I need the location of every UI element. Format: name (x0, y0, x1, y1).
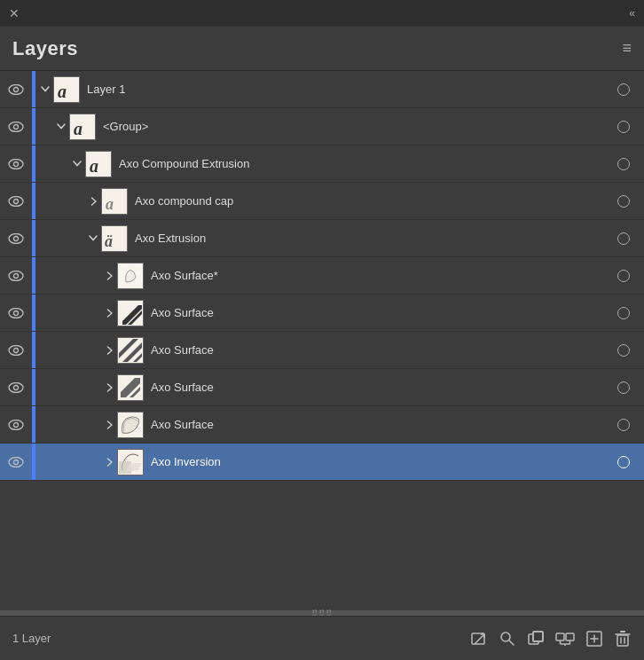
collapse-chevron[interactable] (101, 383, 117, 392)
delete-layer-button[interactable] (614, 630, 632, 648)
svg-point-34 (9, 382, 23, 392)
collapse-chevron[interactable] (85, 197, 101, 206)
svg-text:a: a (90, 156, 98, 176)
collapse-chevron[interactable] (101, 309, 117, 318)
svg-point-20 (9, 271, 23, 280)
collapse-chevron[interactable] (101, 271, 117, 280)
eye-icon (8, 308, 24, 318)
svg-point-16 (9, 233, 23, 243)
circle-icon (617, 344, 630, 357)
visibility-toggle[interactable] (0, 420, 32, 430)
layer-select-circle[interactable] (610, 381, 637, 394)
layer-color-bar (32, 369, 35, 405)
layer-thumbnail (117, 337, 144, 364)
layer-row[interactable]: a Layer 1 (0, 71, 644, 108)
svg-point-13 (14, 199, 19, 203)
visibility-toggle[interactable] (0, 159, 32, 169)
svg-point-8 (9, 159, 23, 169)
layer-row[interactable]: Axo Surface (0, 332, 644, 369)
collapse-chevron[interactable] (101, 458, 117, 467)
visibility-toggle[interactable] (0, 308, 32, 318)
layer-thumbnail: a (69, 114, 96, 140)
expand-chevron[interactable] (69, 161, 85, 167)
eye-icon (8, 84, 24, 95)
panel-header: Layers ≡ (0, 27, 644, 71)
svg-rect-54 (566, 633, 574, 640)
layer-select-circle[interactable] (610, 456, 637, 468)
eye-icon (8, 196, 24, 207)
svg-text:a: a (74, 119, 82, 138)
svg-point-1 (14, 87, 19, 91)
layers-list[interactable]: a Layer 1 a <Group> a Axo Compound Extru… (0, 71, 644, 610)
eye-icon (8, 345, 24, 356)
expand-chevron[interactable] (37, 86, 53, 92)
layer-name: Axo Surface (151, 343, 610, 357)
layer-select-circle[interactable] (610, 195, 637, 208)
expand-chevron[interactable] (53, 123, 69, 130)
svg-text:ä: ä (105, 232, 113, 250)
visibility-toggle[interactable] (0, 271, 32, 281)
new-layer-button[interactable] (470, 630, 488, 648)
eye-icon (8, 233, 24, 244)
group-layers-button[interactable] (555, 630, 575, 648)
layer-select-circle[interactable] (610, 232, 637, 245)
circle-icon (617, 456, 630, 468)
panel-menu-button[interactable]: ≡ (622, 39, 632, 58)
duplicate-button[interactable] (527, 630, 545, 648)
layer-row[interactable]: a Axo compound cap (0, 183, 644, 220)
layer-select-circle[interactable] (610, 158, 637, 170)
visibility-toggle[interactable] (0, 196, 32, 207)
layer-select-circle[interactable] (610, 307, 637, 319)
circle-icon (617, 381, 630, 394)
close-button[interactable]: ✕ (9, 6, 20, 20)
layer-select-circle[interactable] (610, 83, 637, 96)
layer-name: Axo Surface (151, 381, 610, 394)
visibility-toggle[interactable] (0, 382, 32, 393)
layer-row[interactable]: Axo Inversion (0, 444, 644, 481)
layer-select-circle[interactable] (610, 270, 637, 282)
layer-thumbnail: a (53, 76, 80, 103)
layer-row[interactable]: ä Axo Extrusion (0, 220, 644, 257)
visibility-toggle[interactable] (0, 84, 32, 95)
svg-point-23 (9, 308, 23, 318)
svg-point-9 (14, 161, 19, 166)
svg-rect-51 (533, 632, 543, 641)
layer-thumbnail: ä (101, 225, 128, 252)
svg-point-35 (14, 385, 19, 389)
svg-text:a: a (58, 82, 67, 101)
svg-line-49 (509, 640, 514, 645)
layer-name: Axo Inversion (151, 455, 610, 468)
layer-select-circle[interactable] (610, 344, 637, 357)
circle-icon (617, 232, 630, 245)
svg-point-4 (9, 122, 23, 131)
layer-color-bar (32, 145, 35, 182)
svg-rect-47 (472, 633, 484, 644)
add-layer-button[interactable] (585, 630, 603, 648)
layer-select-circle[interactable] (610, 121, 637, 133)
layer-row[interactable]: Axo Surface (0, 369, 644, 406)
search-button[interactable] (499, 630, 516, 648)
visibility-toggle[interactable] (0, 122, 32, 132)
bottom-toolbar (470, 630, 632, 648)
layer-color-bar (32, 406, 35, 443)
svg-point-40 (14, 422, 19, 427)
layer-name: <Group> (103, 120, 610, 133)
layer-name: Axo Extrusion (135, 232, 610, 245)
svg-point-42 (9, 457, 23, 467)
layer-row[interactable]: Axo Surface (0, 295, 644, 332)
panel-title: Layers (12, 37, 78, 60)
layer-row[interactable]: Axo Surface* (0, 257, 644, 295)
layer-row[interactable]: a Axo Compound Extrusion (0, 145, 644, 183)
layer-row[interactable]: a <Group> (0, 108, 644, 145)
layer-select-circle[interactable] (610, 419, 637, 431)
expand-chevron[interactable] (85, 235, 101, 241)
visibility-toggle[interactable] (0, 233, 32, 244)
visibility-toggle[interactable] (0, 345, 32, 356)
svg-point-28 (9, 345, 23, 355)
layer-name: Layer 1 (87, 82, 610, 96)
layer-row[interactable]: Axo Surface (0, 406, 644, 444)
collapse-chevron[interactable] (101, 346, 117, 355)
collapse-chevron[interactable] (101, 420, 117, 429)
collapse-button[interactable]: « (629, 7, 635, 20)
visibility-toggle[interactable] (0, 457, 32, 468)
